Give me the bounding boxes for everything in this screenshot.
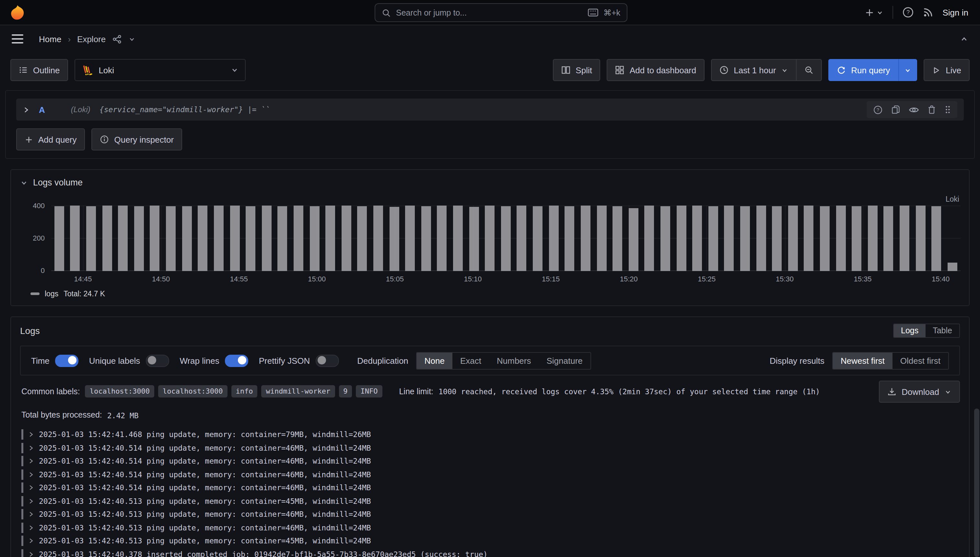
log-row[interactable]: 2025-01-03 15:42:40.514 ping update, mem… <box>21 454 969 468</box>
log-row[interactable]: 2025-01-03 15:42:40.514 ping update, mem… <box>21 481 969 494</box>
outline-button[interactable]: Outline <box>10 59 68 81</box>
datasource-picker[interactable]: Loki <box>75 59 245 81</box>
logs-options-bar: TimeUnique labelsWrap linesPrettify JSON… <box>20 345 960 375</box>
volume-bar <box>386 205 402 271</box>
x-axis-tick: 15:00 <box>308 275 326 283</box>
query-help-icon[interactable]: ? <box>873 105 883 114</box>
collapse-chevron-up-icon[interactable] <box>960 35 968 43</box>
x-axis-tick: 15:05 <box>386 275 404 283</box>
volume-bar <box>99 205 115 271</box>
duplicate-query-icon[interactable] <box>891 105 900 114</box>
common-label-badge: 9 <box>339 385 352 397</box>
delete-query-trash-icon[interactable] <box>928 105 936 114</box>
breadcrumb-explore[interactable]: Explore <box>77 34 106 44</box>
line-limit-text: 1000 reached, received logs cover 4.35% … <box>439 384 820 396</box>
chevron-down-icon <box>877 9 884 16</box>
download-button[interactable]: Download <box>879 381 960 403</box>
split-button[interactable]: Split <box>553 59 601 81</box>
run-query-button[interactable]: Run query <box>828 59 898 81</box>
log-row[interactable]: 2025-01-03 15:42:40.513 ping update, mem… <box>21 508 969 521</box>
add-to-dashboard-button[interactable]: Add to dashboard <box>607 59 705 81</box>
log-row[interactable]: 2025-01-03 15:42:40.378 inserted complet… <box>21 547 969 557</box>
chart-plot-area[interactable]: Loki <box>51 205 960 271</box>
expand-log-chevron-icon[interactable] <box>28 445 34 451</box>
expand-log-chevron-icon[interactable] <box>28 471 34 478</box>
display-results-label: Display results <box>770 356 824 365</box>
breadcrumb-home[interactable]: Home <box>39 34 61 44</box>
drag-handle-icon[interactable] <box>944 105 951 114</box>
help-button[interactable]: ? <box>902 7 914 18</box>
dedup-option-signature[interactable]: Signature <box>539 352 590 369</box>
page-scrollbar[interactable] <box>974 409 979 557</box>
display-option-newest-first[interactable]: Newest first <box>833 352 892 369</box>
y-axis-tick: 200 <box>20 234 45 242</box>
time-toggle[interactable] <box>55 354 79 367</box>
hide-query-eye-icon[interactable] <box>909 105 919 114</box>
breadcrumb-separator: › <box>68 34 71 44</box>
volume-bar <box>626 205 641 271</box>
collapse-section-chevron-icon[interactable] <box>20 179 28 186</box>
log-row[interactable]: 2025-01-03 15:42:40.513 ping update, mem… <box>21 494 969 508</box>
volume-bar <box>179 205 195 271</box>
expand-log-chevron-icon[interactable] <box>28 432 34 438</box>
volume-bar <box>131 205 147 271</box>
volume-bar <box>546 205 562 271</box>
expand-log-chevron-icon[interactable] <box>28 538 34 544</box>
log-row[interactable]: 2025-01-03 15:42:40.514 ping update, mem… <box>21 468 969 481</box>
common-label-badge: localhost:3000 <box>158 385 227 397</box>
run-query-dropdown[interactable] <box>898 59 917 81</box>
query-inspector-button[interactable]: Query inspector <box>92 129 182 150</box>
wrap-lines-toggle[interactable] <box>225 354 249 367</box>
volume-bar <box>338 205 354 271</box>
log-level-bar <box>21 496 23 507</box>
log-row[interactable]: 2025-01-03 15:42:40.514 ping update, mem… <box>21 441 969 454</box>
expand-log-chevron-icon[interactable] <box>28 511 34 518</box>
volume-bar <box>530 205 546 271</box>
chevron-down-icon <box>904 67 911 73</box>
volume-bar <box>83 205 99 271</box>
new-menu-button[interactable] <box>865 7 884 17</box>
log-row[interactable]: 2025-01-03 15:42:40.513 ping update, mem… <box>21 534 969 547</box>
expand-log-chevron-icon[interactable] <box>28 551 34 557</box>
view-option-table[interactable]: Table <box>926 324 959 337</box>
share-icon[interactable] <box>112 34 122 44</box>
volume-bar <box>275 205 290 271</box>
expand-log-chevron-icon[interactable] <box>28 498 34 505</box>
time-range-picker[interactable]: Last 1 hour <box>711 59 796 81</box>
legend-total: Total: 24.7 K <box>63 290 105 298</box>
logs-table-toggle: LogsTable <box>893 324 960 338</box>
query-row[interactable]: A (Loki) {service_name="windmill-worker"… <box>16 99 964 121</box>
expand-log-chevron-icon[interactable] <box>28 485 34 491</box>
dedup-option-numbers[interactable]: Numbers <box>489 352 539 369</box>
volume-bar <box>865 205 881 271</box>
menu-toggle-button[interactable] <box>12 34 23 44</box>
grafana-logo[interactable] <box>9 4 26 21</box>
log-row[interactable]: 2025-01-03 15:42:41.468 ping update, mem… <box>21 428 969 441</box>
chevron-down-icon[interactable] <box>128 35 135 42</box>
log-level-bar <box>21 430 23 440</box>
log-line-text: 2025-01-03 15:42:40.513 ping update, mem… <box>39 537 371 546</box>
expand-log-chevron-icon[interactable] <box>28 458 34 464</box>
dedup-option-none[interactable]: None <box>417 352 452 369</box>
volume-bar <box>51 205 67 271</box>
sign-in-button[interactable]: Sign in <box>943 7 969 17</box>
live-button[interactable]: Live <box>924 59 970 81</box>
volume-bar <box>721 205 737 271</box>
legend-series-name[interactable]: logs <box>45 290 59 298</box>
unique-labels-toggle[interactable] <box>146 354 169 367</box>
view-option-logs[interactable]: Logs <box>894 324 926 337</box>
expand-log-chevron-icon[interactable] <box>28 524 34 531</box>
display-option-oldest-first[interactable]: Oldest first <box>892 352 948 369</box>
search-input[interactable]: Search or jump to... ⌘+k <box>375 3 627 22</box>
news-rss-button[interactable] <box>923 7 934 18</box>
expand-query-chevron-icon[interactable] <box>23 106 30 113</box>
logs-volume-chart: Loki 0200400 14:4514:5014:5515:0015:0515… <box>20 205 960 283</box>
dedup-option-exact[interactable]: Exact <box>452 352 489 369</box>
query-expression[interactable]: {service_name="windmill-worker"} |= `` <box>99 105 270 114</box>
log-row[interactable]: 2025-01-03 15:42:40.513 ping update, mem… <box>21 521 969 534</box>
zoom-out-time-button[interactable] <box>796 59 822 81</box>
volume-bar <box>434 205 450 271</box>
prettify-json-toggle[interactable] <box>316 354 339 367</box>
legend-swatch[interactable] <box>31 292 39 295</box>
add-query-button[interactable]: Add query <box>16 129 85 150</box>
